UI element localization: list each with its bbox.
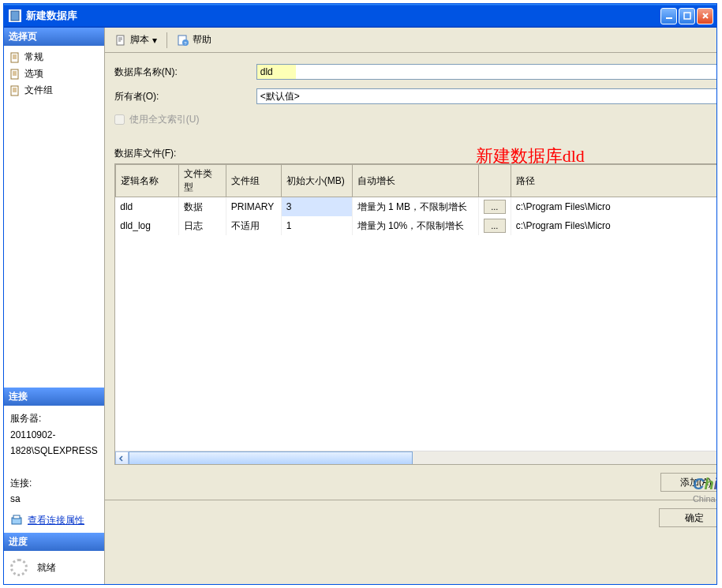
cell-group[interactable]: PRIMARY — [226, 197, 281, 217]
files-label: 数据库文件(F): — [114, 147, 716, 160]
dropdown-icon: ▾ — [152, 35, 157, 46]
table-row[interactable]: dld 数据 PRIMARY 3 增量为 1 MB，不限制增长 ... c:\P… — [115, 197, 716, 217]
cell-growth[interactable]: 增量为 10%，不限制增长 — [352, 216, 478, 235]
cell-name[interactable]: dld — [115, 197, 178, 217]
connection-header: 连接 — [4, 388, 104, 406]
svg-rect-1 — [666, 17, 672, 19]
cell-size[interactable]: 3 — [281, 197, 352, 217]
sidebar-item-label: 选项 — [24, 67, 43, 81]
col-path[interactable]: 路径 — [511, 165, 716, 197]
sidebar-item-label: 文件组 — [24, 84, 53, 97]
script-button[interactable]: 脚本 ▾ — [111, 32, 160, 48]
app-icon — [9, 9, 21, 22]
progress-header: 进度 — [4, 533, 104, 551]
growth-edit-button[interactable]: ... — [484, 200, 506, 214]
cell-type[interactable]: 数据 — [178, 197, 226, 217]
scroll-left-button[interactable] — [115, 451, 129, 465]
growth-edit-button[interactable]: ... — [484, 219, 506, 233]
col-filegroup[interactable]: 文件组 — [226, 165, 281, 197]
maximize-button[interactable] — [679, 8, 695, 24]
toolbar: 脚本 ▾ ? 帮助 — [105, 28, 716, 53]
scroll-track[interactable] — [129, 451, 716, 464]
fulltext-checkbox — [114, 114, 125, 125]
left-panel: 选择页 常规 选项 文件组 连接 服务器: 20110902-18 — [4, 28, 105, 584]
window-title: 新建数据库 — [26, 9, 660, 23]
svg-rect-4 — [11, 69, 18, 79]
watermark: ChinaZ.com China Webmaster | 源码报导 — [693, 475, 716, 505]
titlebar[interactable]: 新建数据库 — [4, 4, 716, 28]
connection-info: 服务器: 20110902-1828\SQLEXPRESS 连接: sa 查看连… — [4, 406, 104, 533]
dialog-footer: 确定 取消 — [105, 500, 716, 535]
page-icon — [9, 84, 21, 97]
cell-path[interactable]: c:\Program Files\Micro — [511, 216, 716, 235]
col-autogrowth[interactable]: 自动增长 — [352, 165, 478, 197]
cell-group[interactable]: 不适用 — [226, 216, 281, 235]
svg-rect-2 — [684, 13, 690, 19]
right-panel: 脚本 ▾ ? 帮助 数据库名称(N): 所有者(O): . — [105, 28, 716, 584]
spinner-icon — [10, 559, 28, 576]
conn-label: 连接: — [10, 475, 98, 491]
col-growth-btn[interactable] — [478, 165, 511, 197]
col-file-type[interactable]: 文件类型 — [178, 165, 226, 197]
cell-size[interactable]: 1 — [281, 216, 352, 235]
page-icon — [9, 68, 21, 81]
owner-label: 所有者(O): — [114, 90, 256, 103]
svg-rect-0 — [11, 11, 19, 21]
svg-rect-8 — [117, 36, 124, 45]
cell-growth[interactable]: 增量为 1 MB，不限制增长 — [352, 197, 478, 217]
cell-type[interactable]: 日志 — [178, 216, 226, 235]
help-label: 帮助 — [193, 33, 211, 47]
table-row[interactable]: dld_log 日志 不适用 1 增量为 10%，不限制增长 ... c:\Pr… — [115, 216, 716, 235]
ok-button[interactable]: 确定 — [659, 508, 716, 527]
col-logical-name[interactable]: 逻辑名称 — [115, 165, 178, 197]
close-button[interactable] — [697, 8, 713, 24]
db-name-label: 数据库名称(N): — [114, 66, 256, 79]
properties-icon — [10, 514, 23, 526]
sidebar-item-label: 常规 — [24, 51, 43, 64]
cell-name[interactable]: dld_log — [115, 216, 178, 235]
server-value: 20110902-1828\SQLEXPRESS — [10, 427, 98, 459]
svg-rect-7 — [13, 515, 20, 519]
script-icon — [114, 34, 127, 47]
svg-rect-5 — [11, 86, 18, 96]
cell-path[interactable]: c:\Program Files\Micro — [511, 197, 716, 217]
files-table: 逻辑名称 文件类型 文件组 初始大小(MB) 自动增长 路径 dld 数据 — [115, 164, 716, 235]
help-icon: ? — [177, 34, 189, 47]
window: 新建数据库 选择页 常规 选项 文件组 — [3, 3, 717, 585]
sidebar-item-options[interactable]: 选项 — [9, 66, 99, 82]
files-table-container: 逻辑名称 文件类型 文件组 初始大小(MB) 自动增长 路径 dld 数据 — [114, 163, 716, 465]
svg-rect-3 — [11, 53, 18, 62]
fulltext-label: 使用全文索引(U) — [129, 113, 200, 126]
select-page-header: 选择页 — [4, 28, 104, 46]
sidebar-item-filegroups[interactable]: 文件组 — [9, 82, 99, 99]
page-icon — [9, 51, 21, 64]
server-label: 服务器: — [10, 410, 98, 426]
script-label: 脚本 — [130, 33, 149, 47]
conn-value: sa — [10, 491, 98, 507]
owner-input[interactable] — [256, 88, 716, 104]
scroll-thumb[interactable] — [129, 451, 413, 465]
progress-status: 就绪 — [37, 561, 56, 575]
toolbar-separator — [166, 32, 167, 48]
help-button[interactable]: ? 帮助 — [174, 32, 215, 48]
view-connection-properties-link[interactable]: 查看连接属性 — [28, 512, 84, 528]
db-name-input[interactable] — [256, 64, 296, 80]
horizontal-scrollbar[interactable] — [115, 451, 716, 464]
col-initial-size[interactable]: 初始大小(MB) — [281, 165, 352, 197]
db-name-input-ext[interactable] — [296, 64, 716, 80]
sidebar-item-general[interactable]: 常规 — [9, 49, 99, 66]
minimize-button[interactable] — [660, 8, 677, 24]
watermark-sub: China Webmaster | 源码报导 — [693, 493, 716, 505]
